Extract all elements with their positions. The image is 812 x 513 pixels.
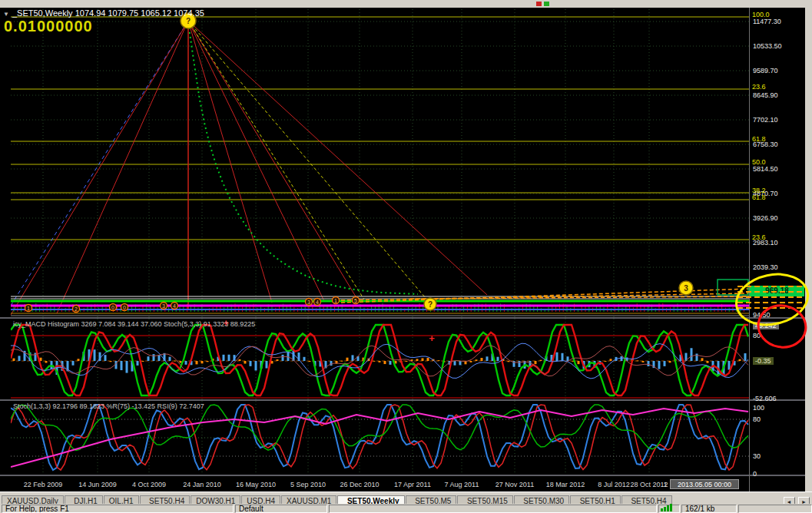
time-label: 14 Jun 2009: [78, 481, 117, 488]
time-label: 7 Aug 2011: [445, 481, 479, 488]
macd-histogram-bar: [309, 361, 311, 362]
scale-value-label: 80: [753, 415, 761, 423]
fib-level-label: 23.6: [752, 233, 766, 241]
macd-histogram-bar: [664, 361, 666, 366]
time-label: 16 May 2010: [236, 481, 276, 488]
macd-histogram-bar: [104, 355, 107, 361]
macd-histogram-bar: [535, 361, 537, 364]
scale-value-label: 30: [753, 452, 761, 460]
toolbar-chip-red-icon: [536, 2, 542, 6]
macd-histogram-bar: [223, 355, 225, 361]
macd-histogram-bar: [454, 361, 456, 366]
macd-histogram-bar: [196, 361, 198, 364]
macd-histogram-bar: [158, 355, 161, 361]
window-right-margin: [805, 0, 812, 513]
macd-histogram-bar: [277, 359, 279, 361]
macd-histogram-bar: [346, 358, 349, 361]
wave-marker-label: 3: [162, 303, 165, 309]
fib-level-label: 61.8: [752, 135, 766, 143]
time-label: 4 Oct 2009: [132, 481, 166, 488]
macd-histogram-bar: [201, 361, 204, 363]
time-label: 24 Jan 2010: [183, 481, 221, 488]
scale-value-label: 94.50: [753, 311, 771, 319]
smiley-marker-label: ?: [186, 17, 191, 25]
wave-marker-label: 1: [27, 306, 30, 311]
wave-marker-label: 2: [75, 306, 78, 312]
trend-ray: [57, 21, 188, 313]
price-tick-label: 5814.50: [753, 165, 778, 173]
chart-menu-arrow-icon[interactable]: ▼: [3, 11, 9, 18]
chart-title: _SET50,Weekly 1074.94 1079.75 1065.12 10…: [12, 8, 204, 18]
chart-title-row: ▼_SET50,Weekly 1074.94 1079.75 1065.12 1…: [3, 8, 204, 18]
macd-histogram-bar: [621, 356, 623, 361]
macd-histogram-bar: [642, 361, 645, 362]
time-label: 8 Jul 2012: [598, 481, 630, 488]
scale-value-label: 100: [753, 404, 764, 412]
macd-histogram-bar: [476, 359, 478, 361]
macd-histogram-bar: [562, 353, 564, 361]
price-tick-label: 2039.30: [753, 263, 778, 271]
scale-value-label: -0.35: [753, 357, 774, 365]
trend-ray: [188, 21, 324, 301]
macd-histogram-bar: [556, 352, 558, 361]
macd-stoch-pane[interactable]: ++: [11, 319, 749, 399]
macd-indicator-label: icy_MACD Histogram 3269 7.084 39.144 37.…: [13, 320, 255, 328]
time-label: 18 Mar 2012: [546, 481, 585, 488]
oscillator-line: [11, 405, 748, 451]
fib-level-label: 23.6: [752, 83, 766, 91]
time-axis[interactable]: 22 Feb 200914 Jun 20094 Oct 200924 Jan 2…: [0, 476, 805, 491]
status-bar: For Help, press F1 Default 162/1 kb: [0, 504, 812, 513]
macd-histogram-bar: [691, 348, 693, 361]
macd-histogram-bar: [13, 359, 15, 361]
status-end-spacer: [738, 505, 812, 513]
time-label: 22 Feb 2009: [24, 481, 63, 488]
macd-histogram-bar: [406, 361, 408, 362]
macd-histogram-bar: [739, 359, 741, 361]
price-tick-label: 9589.70: [753, 67, 778, 74]
object-value-label: 0.01000000: [4, 18, 93, 35]
trend-ray: [188, 21, 364, 300]
trend-ray: [188, 21, 272, 303]
macd-histogram-bar: [142, 361, 144, 362]
macd-histogram-bar: [185, 361, 187, 365]
price-tick-label: 11477.30: [753, 18, 781, 25]
main-price-pane[interactable]: 1200343415??3: [11, 9, 749, 317]
macd-histogram-bar: [658, 361, 661, 369]
macd-histogram-bar: [384, 361, 386, 364]
mt4-window: ▼_SET50,Weekly 1074.94 1079.75 1065.12 1…: [0, 0, 812, 513]
macd-histogram-bar: [121, 361, 123, 370]
macd-histogram-bar: [389, 361, 392, 365]
macd-histogram-bar: [540, 360, 542, 361]
chart-tabs: XAUUSD,Daily_DJI,H1OIL,H1_SET50,H4DOW30,…: [2, 493, 673, 505]
time-label: 28 Oct 2012: [630, 481, 668, 488]
macd-histogram-bar: [438, 360, 440, 361]
status-filler: [329, 505, 657, 513]
wave-marker-label: 4: [173, 303, 176, 309]
scale-value-label: 0: [753, 470, 757, 478]
macd-histogram-bar: [18, 356, 21, 361]
macd-histogram-bar: [228, 355, 230, 361]
chart-window[interactable]: ▼_SET50,Weekly 1074.94 1079.75 1065.12 1…: [0, 8, 805, 491]
macd-histogram-bar: [72, 361, 75, 366]
toolbar-chip-green-icon: [544, 2, 549, 6]
green-highlight-box: [718, 280, 748, 295]
status-profile[interactable]: Default: [235, 505, 327, 513]
macd-histogram-bar: [169, 357, 171, 361]
macd-histogram-bar: [648, 361, 650, 366]
macd-histogram-bar: [282, 355, 284, 361]
time-label: 17 Apr 2011: [394, 481, 431, 488]
fib-level-label: 50.0: [752, 158, 766, 166]
macd-histogram-bar: [137, 361, 139, 366]
stoch-rsi-pane[interactable]: [11, 401, 749, 475]
macd-histogram-bar: [701, 358, 704, 361]
macd-histogram-bar: [153, 354, 155, 361]
macd-histogram-bar: [250, 361, 252, 366]
macd-histogram-bar: [422, 358, 424, 361]
price-tick-label: 8645.90: [753, 91, 778, 99]
price-scale[interactable]: 11477.3010533.509589.708645.907702.10675…: [749, 8, 806, 491]
trend-ray: [188, 21, 358, 300]
trend-ray: [11, 21, 188, 315]
macd-histogram-bar: [707, 361, 709, 363]
time-label: 27 Nov 2011: [495, 481, 534, 488]
macd-histogram-bar: [45, 361, 48, 362]
